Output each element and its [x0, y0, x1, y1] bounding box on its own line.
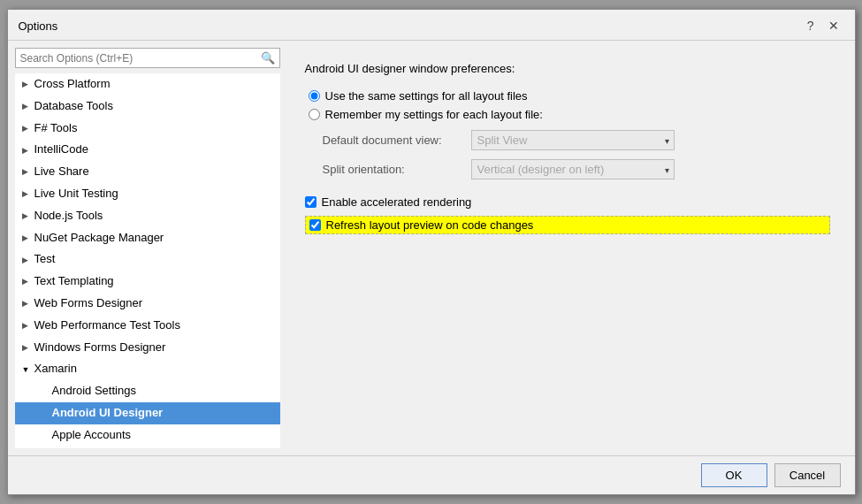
tree-item-label-text-templating: Text Templating	[34, 272, 277, 291]
tree-arrow-fsharp-tools: ▶	[22, 122, 34, 134]
tree-arrow-nuget-package-manager: ▶	[22, 232, 34, 244]
tree-item-windows-forms-designer[interactable]: ▶Windows Forms Designer	[15, 337, 280, 359]
search-icon: 🔍	[261, 51, 275, 65]
radio-row-remember: Remember my settings for each layout fil…	[309, 108, 830, 121]
split-orientation-label: Split orientation:	[323, 163, 464, 176]
tree-item-label-nuget-package-manager: NuGet Package Manager	[34, 229, 277, 248]
tree-item-label-xamarin: Xamarin	[34, 360, 277, 378]
radio-same-settings-label[interactable]: Use the same settings for all layout fil…	[325, 89, 528, 103]
radio-same-settings[interactable]	[309, 90, 320, 102]
split-orientation-row: Split orientation: Vertical (designer on…	[323, 159, 830, 179]
section-title: Android UI designer window preferences:	[305, 62, 830, 75]
tree-item-fsharp-tools[interactable]: ▶F# Tools	[15, 118, 280, 140]
help-button[interactable]: ?	[802, 17, 820, 34]
options-tree[interactable]: ▶Cross Platform▶Database Tools▶F# Tools▶…	[15, 73, 280, 448]
tree-item-label-intellicode: IntelliCode	[34, 141, 277, 159]
tree-arrow-database-tools: ▶	[22, 100, 34, 112]
tree-arrow-text-templating: ▶	[22, 275, 34, 287]
tree-arrow-live-unit-testing: ▶	[22, 187, 34, 200]
tree-item-label-live-unit-testing: Live Unit Testing	[34, 185, 277, 203]
refresh-layout-checkbox[interactable]	[309, 219, 321, 231]
default-doc-view-row: Default document view: Split View ▾	[323, 130, 830, 150]
checkbox-section: Enable accelerated rendering Refresh lay…	[305, 195, 830, 234]
tree-item-label-live-share: Live Share	[34, 163, 277, 181]
tree-item-label-windows-forms-designer: Windows Forms Designer	[34, 339, 277, 357]
tree-arrow-nodejs-tools: ▶	[22, 210, 34, 222]
tree-item-label-nodejs-tools: Node.js Tools	[34, 207, 277, 225]
default-doc-view-label: Default document view:	[323, 134, 464, 147]
tree-item-label-web-performance-test-tools: Web Performance Test Tools	[34, 317, 277, 335]
tree-item-cross-platform[interactable]: ▶Cross Platform	[15, 73, 280, 95]
tree-arrow-xamarin: ▼	[22, 363, 34, 376]
tree-arrow-test: ▶	[22, 254, 34, 266]
close-button[interactable]: ✕	[823, 17, 844, 34]
dialog-title: Options	[19, 19, 58, 33]
tree-item-label-cross-platform: Cross Platform	[34, 75, 277, 94]
tree-item-android-ui-designer[interactable]: Android UI Designer	[15, 402, 280, 424]
tree-item-label-apple-accounts: Apple Accounts	[52, 426, 277, 445]
ok-button[interactable]: OK	[701, 463, 767, 487]
search-box[interactable]: 🔍	[15, 48, 280, 68]
default-doc-view-wrapper: Split View ▾	[471, 130, 675, 150]
tree-item-apple-accounts[interactable]: Apple Accounts	[15, 424, 280, 447]
left-panel: 🔍 ▶Cross Platform▶Database Tools▶F# Tool…	[15, 48, 280, 448]
tree-arrow-web-forms-designer: ▶	[22, 297, 34, 309]
split-orientation-select[interactable]: Vertical (designer on left)	[471, 159, 675, 179]
default-doc-view-select[interactable]: Split View	[471, 130, 675, 150]
radio-remember-settings[interactable]	[309, 109, 320, 120]
radio-row-same: Use the same settings for all layout fil…	[309, 89, 830, 103]
dialog-footer: OK Cancel	[8, 455, 855, 494]
tree-item-live-unit-testing[interactable]: ▶Live Unit Testing	[15, 183, 280, 205]
tree-item-live-share[interactable]: ▶Live Share	[15, 161, 280, 183]
tree-item-web-performance-test-tools[interactable]: ▶Web Performance Test Tools	[15, 315, 280, 337]
title-bar-controls: ? ✕	[802, 17, 844, 34]
radio-remember-settings-label[interactable]: Remember my settings for each layout fil…	[325, 108, 543, 121]
tree-item-database-tools[interactable]: ▶Database Tools	[15, 95, 280, 118]
tree-item-intellicode[interactable]: ▶IntelliCode	[15, 139, 280, 161]
tree-arrow-web-performance-test-tools: ▶	[22, 319, 34, 332]
tree-arrow-cross-platform: ▶	[22, 78, 34, 90]
refresh-layout-label[interactable]: Refresh layout preview on code changes	[326, 218, 534, 232]
tree-item-test[interactable]: ▶Test	[15, 248, 280, 271]
tree-arrow-live-share: ▶	[22, 165, 34, 178]
search-input[interactable]	[20, 52, 261, 65]
accelerated-rendering-checkbox[interactable]	[305, 196, 317, 208]
title-bar: Options ? ✕	[8, 10, 855, 41]
tree-item-android-settings[interactable]: Android Settings	[15, 380, 280, 402]
tree-arrow-windows-forms-designer: ▶	[22, 341, 34, 354]
tree-item-label-android-settings: Android Settings	[52, 382, 277, 401]
tree-item-label-test: Test	[34, 250, 277, 269]
tree-arrow-intellicode: ▶	[22, 144, 34, 157]
accelerated-rendering-row: Enable accelerated rendering	[305, 195, 830, 209]
tree-item-label-android-ui-designer: Android UI Designer	[52, 404, 277, 423]
cancel-button[interactable]: Cancel	[774, 463, 841, 487]
dialog-body: 🔍 ▶Cross Platform▶Database Tools▶F# Tool…	[8, 41, 855, 455]
tree-item-nodejs-tools[interactable]: ▶Node.js Tools	[15, 205, 280, 227]
radio-group: Use the same settings for all layout fil…	[309, 89, 830, 121]
right-panel: Android UI designer window preferences: …	[287, 48, 848, 448]
split-orientation-wrapper: Vertical (designer on left) ▾	[471, 159, 675, 179]
accelerated-rendering-label[interactable]: Enable accelerated rendering	[322, 195, 472, 209]
tree-item-label-fsharp-tools: F# Tools	[34, 119, 277, 138]
tree-item-web-forms-designer[interactable]: ▶Web Forms Designer	[15, 293, 280, 315]
options-dialog: Options ? ✕ 🔍 ▶Cross Platform▶Database T…	[7, 9, 856, 495]
tree-item-nuget-package-manager[interactable]: ▶NuGet Package Manager	[15, 227, 280, 249]
refresh-layout-row: Refresh layout preview on code changes	[305, 216, 830, 234]
tree-item-text-templating[interactable]: ▶Text Templating	[15, 271, 280, 293]
tree-item-label-web-forms-designer: Web Forms Designer	[34, 294, 277, 313]
tree-item-label-database-tools: Database Tools	[34, 97, 277, 116]
tree-item-xamarin[interactable]: ▼Xamarin	[15, 358, 280, 380]
